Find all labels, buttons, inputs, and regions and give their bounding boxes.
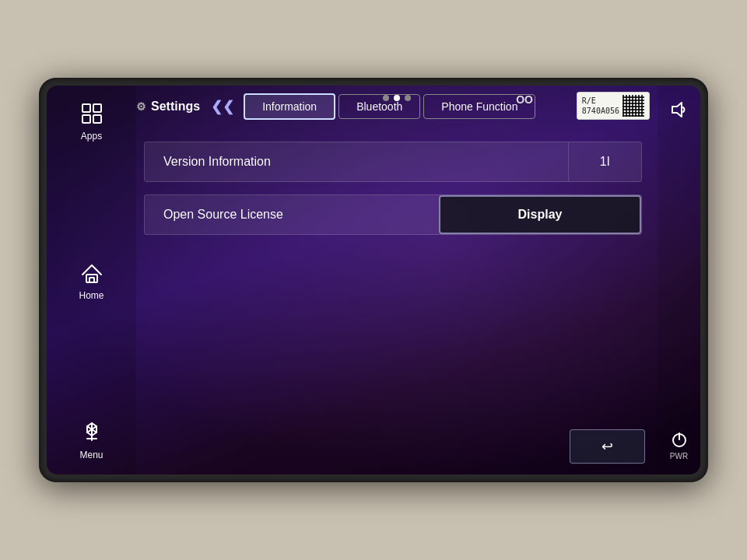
header: ⚙ Settings ❮❮ Information Bluetooth Phon…: [136, 86, 658, 126]
volume-icon-area[interactable]: [669, 100, 689, 120]
page-dot-3: [405, 95, 411, 101]
page-dots: [383, 95, 411, 101]
sidebar-item-home[interactable]: Home: [78, 259, 106, 301]
apps-label: Apps: [81, 131, 102, 142]
grid-icon: [78, 100, 106, 128]
main-content: ⚙ Settings ❮❮ Information Bluetooth Phon…: [136, 86, 658, 474]
menu-label: Menu: [79, 450, 103, 460]
back-arrow-icon: ↩: [601, 438, 613, 455]
tab-information[interactable]: Information: [244, 93, 335, 120]
svg-rect-0: [82, 104, 90, 112]
tab-phone-function-label: Phone Function: [441, 100, 517, 113]
qr-badge: R/E 8740A056: [577, 92, 650, 120]
info-section: Version Information 1I Open Source Licen…: [136, 126, 658, 422]
display-button[interactable]: Display: [439, 195, 641, 234]
qr-line1: R/E: [582, 96, 619, 106]
svg-rect-2: [82, 115, 90, 123]
page-dot-2: [394, 95, 400, 101]
tab-bluetooth-label: Bluetooth: [356, 100, 402, 113]
menu-icon: [78, 418, 106, 446]
version-info-row: Version Information 1I: [144, 142, 642, 182]
qr-line2: 8740A056: [582, 106, 619, 116]
device-outer: Apps Home: [39, 78, 708, 482]
qr-text: R/E 8740A056: [582, 96, 619, 116]
svg-rect-3: [93, 115, 101, 123]
settings-title: ⚙ Settings: [136, 100, 200, 114]
page-dot-1: [383, 95, 389, 101]
oo-indicator: OO: [516, 93, 533, 106]
tab-information-label: Information: [262, 100, 317, 113]
svg-marker-11: [672, 103, 682, 117]
qr-code-image: [622, 95, 644, 117]
home-label: Home: [79, 290, 103, 301]
device-screen: Apps Home: [47, 86, 700, 474]
sidebar-item-apps[interactable]: Apps: [78, 100, 106, 142]
home-icon: [78, 259, 106, 287]
pwr-label: PWR: [670, 452, 688, 460]
gear-icon: ⚙: [136, 100, 146, 113]
settings-label: Settings: [151, 100, 200, 114]
open-source-label: Open Source License: [145, 195, 439, 234]
power-button-area[interactable]: PWR: [669, 429, 689, 460]
sidebar-item-menu[interactable]: Menu: [78, 418, 106, 460]
footer: ↩: [136, 422, 658, 474]
open-source-row: Open Source License Display: [144, 194, 642, 235]
svg-rect-1: [93, 104, 101, 112]
version-info-value: 1I: [568, 142, 641, 181]
svg-rect-5: [89, 278, 94, 282]
version-info-label: Version Information: [145, 142, 568, 181]
left-sidebar: Apps Home: [47, 86, 136, 474]
back-arrow-button[interactable]: ↩: [570, 429, 645, 464]
right-sidebar: PWR: [658, 86, 700, 474]
back-double-arrow[interactable]: ❮❮: [211, 98, 234, 115]
